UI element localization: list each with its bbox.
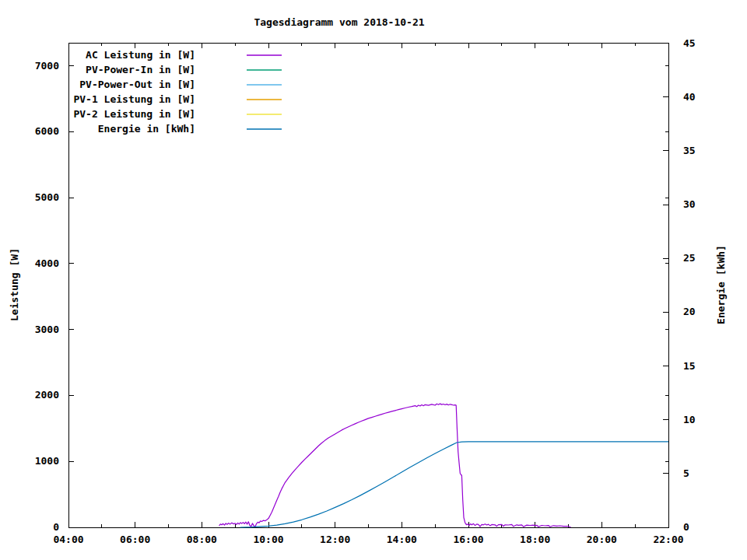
x-tick-label: 18:00 — [520, 534, 550, 545]
y-left-tick-label: 5000 — [35, 191, 59, 203]
y-right-tick-label: 10 — [683, 414, 696, 425]
x-tick-label: 20:00 — [587, 534, 617, 545]
series-line-energie-in-kwh — [240, 442, 668, 527]
x-tick-label: 16:00 — [453, 534, 483, 545]
y-right-tick-label: 15 — [683, 360, 696, 372]
x-tick-label: 10:00 — [253, 534, 283, 545]
y-left-tick-label: 6000 — [35, 125, 59, 137]
y-right-tick-label: 40 — [683, 91, 696, 103]
y-right-tick-label: 35 — [683, 145, 696, 156]
y-right-tick-label: 5 — [683, 467, 689, 479]
plot-canvas: 04:0006:0008:0010:0012:0014:0016:0018:00… — [0, 0, 747, 560]
x-tick-label: 04:00 — [53, 534, 83, 545]
y-right-tick-label: 30 — [683, 198, 696, 210]
y-left-tick-label: 0 — [53, 521, 59, 533]
y-right-tick-label: 25 — [683, 252, 696, 264]
x-tick-label: 22:00 — [653, 534, 683, 545]
x-tick-label: 12:00 — [320, 534, 350, 545]
series-line-ac-leistung-in-w — [219, 404, 571, 527]
legend-label-pv-power-in-in-w: PV-Power-In in [W] — [86, 64, 195, 75]
legend-label-pv-2-leistung-in-w: PV-2 Leistung in [W] — [73, 108, 195, 120]
y-left-tick-label: 2000 — [35, 389, 59, 401]
y-left-tick-label: 3000 — [35, 324, 59, 335]
y-right-tick-label: 20 — [683, 306, 696, 317]
legend-label-pv-power-out-in-w: PV-Power-Out in [W] — [79, 79, 195, 90]
legend-label-pv-1-leistung-in-w: PV-1 Leistung in [W] — [73, 93, 195, 105]
legend-label-energie-in-kwh: Energie in [kWh] — [98, 123, 195, 135]
y-right-tick-label: 0 — [683, 521, 689, 533]
y-right-tick-label: 45 — [683, 37, 696, 49]
y-left-tick-label: 7000 — [35, 60, 59, 72]
legend-label-ac-leistung-in-w: AC Leistung in [W] — [86, 49, 195, 61]
tagesdiagramm-chart: Tagesdiagramm vom 2018-10-21 Leistung [W… — [0, 0, 747, 560]
y-left-tick-label: 4000 — [35, 257, 59, 269]
x-tick-label: 08:00 — [187, 534, 217, 545]
x-tick-label: 06:00 — [120, 534, 150, 545]
y-left-tick-label: 1000 — [35, 455, 59, 467]
x-tick-label: 14:00 — [387, 534, 417, 545]
